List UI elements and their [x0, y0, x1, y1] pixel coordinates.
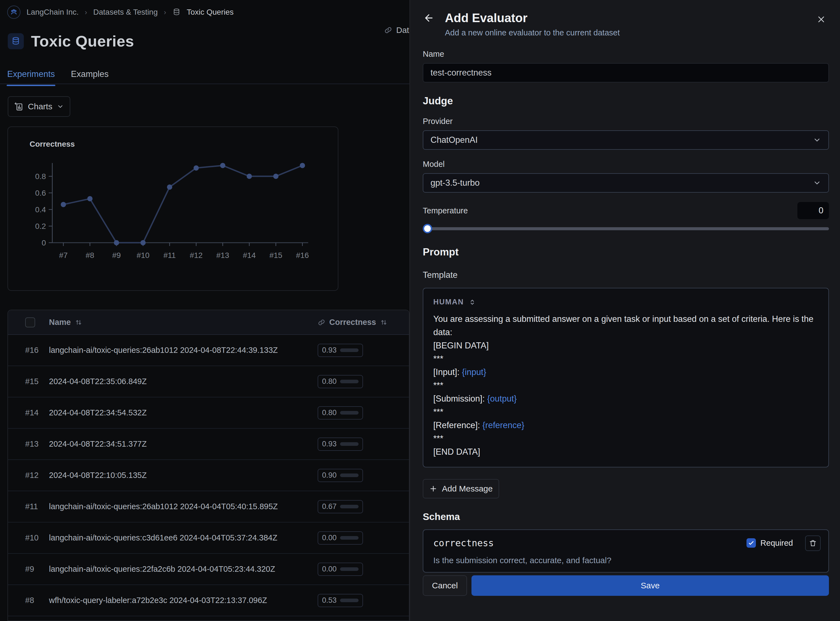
- template-editor[interactable]: HUMAN You are assessing a submitted answ…: [423, 288, 829, 467]
- charts-button[interactable]: Charts: [8, 96, 70, 117]
- experiment-name[interactable]: langchain-ai/toxic-queries:22fa2c6b 2024…: [49, 565, 318, 574]
- table-row[interactable]: #152024-04-08T22:35:06.849Z0.80: [8, 366, 409, 397]
- correctness-badge[interactable]: 0.80: [318, 375, 363, 388]
- sort-icon[interactable]: [380, 318, 387, 326]
- message-role-select[interactable]: HUMAN: [433, 298, 819, 306]
- breadcrumb-org[interactable]: LangChain Inc.: [27, 8, 79, 17]
- correctness-cell: 0.90: [318, 469, 409, 482]
- correctness-value: 0.00: [322, 533, 337, 542]
- table-row[interactable]: #8wfh/toxic-query-labeler:a72b2e3c 2024-…: [8, 585, 409, 616]
- correctness-cell: 0.80: [318, 375, 409, 388]
- correctness-line-chart: 00.20.40.60.8#7#8#9#10#11#12#13#14#15#16: [8, 127, 339, 291]
- breadcrumb-current[interactable]: Toxic Queries: [187, 8, 234, 17]
- experiment-number: #16: [25, 345, 49, 355]
- experiment-name[interactable]: langchain-ai/toxic-queries:26ab1012 2024…: [49, 345, 318, 355]
- table-row[interactable]: #11langchain-ai/toxic-queries:26ab1012 2…: [8, 491, 409, 523]
- correctness-value: 0.80: [322, 377, 337, 386]
- experiment-number: #13: [25, 439, 49, 448]
- model-value: gpt-3.5-turbo: [430, 178, 480, 188]
- dataset-link[interactable]: Dat: [384, 26, 410, 35]
- experiment-name[interactable]: langchain-ai/toxic-queries:c3d61ee6 2024…: [49, 533, 318, 542]
- correctness-cell: 0.00: [318, 563, 409, 576]
- close-icon[interactable]: [816, 14, 827, 25]
- correctness-badge[interactable]: 0.00: [318, 563, 363, 576]
- correctness-badge[interactable]: 0.00: [318, 531, 363, 545]
- breadcrumb: LangChain Inc. › Datasets & Testing › To…: [7, 6, 233, 19]
- correctness-badge[interactable]: 0.53: [318, 594, 363, 607]
- correctness-bar: [340, 598, 359, 602]
- table-row[interactable]: #122024-04-08T22:10:05.135Z0.90: [8, 460, 409, 491]
- svg-text:#8: #8: [85, 251, 94, 260]
- tab-experiments[interactable]: Experiments: [7, 69, 55, 85]
- column-header-name[interactable]: Name: [49, 318, 318, 327]
- correctness-badge[interactable]: 0.93: [318, 344, 363, 357]
- experiment-name[interactable]: 2024-04-08T22:35:06.849Z: [49, 377, 318, 386]
- table-row[interactable]: #16langchain-ai/toxic-queries:26ab1012 2…: [8, 335, 409, 366]
- correctness-value: 0.93: [322, 440, 337, 448]
- evaluator-name-input[interactable]: [423, 63, 829, 82]
- template-line: [Submission]: {output}: [433, 392, 819, 406]
- correctness-bar: [340, 505, 359, 508]
- correctness-badge[interactable]: 0.93: [318, 438, 363, 451]
- svg-text:0.2: 0.2: [35, 222, 46, 230]
- schema-field-card: correctness Is the submission correct, a…: [423, 529, 829, 573]
- correctness-badge[interactable]: 0.90: [318, 469, 363, 482]
- experiment-number: #8: [25, 596, 49, 605]
- template-line: You are assessing a submitted answer on …: [433, 312, 819, 339]
- correctness-cell: 0.53: [318, 594, 409, 607]
- charts-button-label: Charts: [28, 102, 52, 111]
- correctness-cell: 0.00: [318, 531, 409, 545]
- provider-select[interactable]: ChatOpenAI: [423, 130, 829, 150]
- correctness-badge[interactable]: 0.80: [318, 406, 363, 420]
- delete-field-button[interactable]: [805, 536, 820, 551]
- slider-thumb[interactable]: [423, 224, 432, 233]
- sort-icon[interactable]: [75, 318, 82, 326]
- breadcrumb-section[interactable]: Datasets & Testing: [93, 8, 158, 17]
- save-button[interactable]: Save: [471, 576, 829, 596]
- svg-text:0.6: 0.6: [35, 189, 46, 197]
- correctness-badge[interactable]: 0.67: [318, 500, 363, 513]
- template-line: ***: [433, 406, 819, 419]
- tab-examples[interactable]: Examples: [71, 69, 109, 85]
- column-header-correctness[interactable]: Correctness: [318, 318, 409, 327]
- add-message-label: Add Message: [442, 484, 492, 494]
- add-message-button[interactable]: Add Message: [423, 479, 499, 498]
- role-value: HUMAN: [433, 298, 464, 306]
- temperature-label: Temperature: [423, 206, 468, 215]
- temperature-value[interactable]: 0: [798, 202, 829, 219]
- experiment-number: #14: [25, 408, 49, 417]
- experiment-name[interactable]: wfh/toxic-query-labeler:a72b2e3c 2024-04…: [49, 596, 318, 605]
- page-title: Toxic Queries: [31, 32, 134, 50]
- correctness-bar: [340, 567, 359, 571]
- table-row-partial[interactable]: [8, 616, 409, 621]
- experiments-table: Name Correctness: [8, 310, 410, 621]
- slider-track[interactable]: [423, 227, 829, 230]
- model-select[interactable]: gpt-3.5-turbo: [423, 173, 829, 192]
- experiment-name[interactable]: langchain-ai/toxic-queries:26ab1012 2024…: [49, 502, 318, 511]
- schema-field-description[interactable]: Is the submission correct, accurate, and…: [433, 556, 819, 565]
- svg-text:#7: #7: [59, 251, 68, 260]
- experiment-name[interactable]: 2024-04-08T22:34:54.532Z: [49, 408, 318, 417]
- template-label: Template: [423, 270, 829, 280]
- correctness-cell: 0.93: [318, 344, 409, 357]
- table-row[interactable]: #10langchain-ai/toxic-queries:c3d61ee6 2…: [8, 523, 409, 554]
- cancel-button[interactable]: Cancel: [423, 576, 467, 596]
- template-text[interactable]: You are assessing a submitted answer on …: [433, 312, 819, 459]
- org-avatar[interactable]: [7, 6, 20, 19]
- required-checkbox[interactable]: [746, 538, 756, 548]
- correctness-bar: [340, 442, 359, 446]
- correctness-value: 0.93: [322, 346, 337, 354]
- select-all-checkbox[interactable]: [25, 317, 35, 327]
- table-row[interactable]: #9langchain-ai/toxic-queries:22fa2c6b 20…: [8, 554, 409, 585]
- table-row[interactable]: #132024-04-08T22:34:51.377Z0.93: [8, 429, 409, 460]
- temperature-slider[interactable]: [423, 224, 829, 233]
- database-icon: [173, 8, 181, 16]
- experiment-name[interactable]: 2024-04-08T22:34:51.377Z: [49, 439, 318, 448]
- link-icon: [384, 26, 392, 34]
- back-arrow-icon[interactable]: [423, 12, 435, 24]
- tabs: Experiments Examples: [7, 69, 109, 85]
- experiment-name[interactable]: 2024-04-08T22:10:05.135Z: [49, 471, 318, 480]
- chevrons-up-down-icon: [468, 298, 476, 306]
- experiment-number: #10: [25, 533, 49, 542]
- table-row[interactable]: #142024-04-08T22:34:54.532Z0.80: [8, 397, 409, 429]
